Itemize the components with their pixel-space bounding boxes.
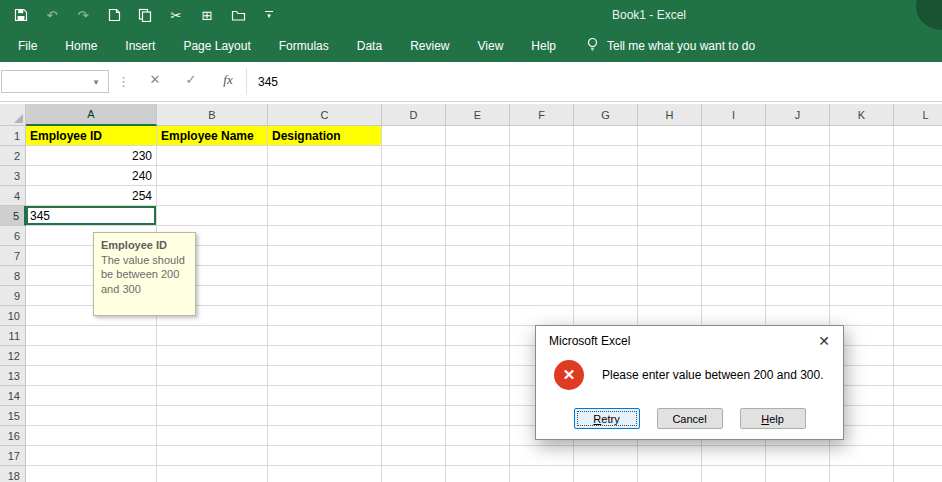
name-box-dropdown-icon[interactable]: ▾: [86, 71, 106, 92]
cell-I8[interactable]: [702, 266, 766, 286]
cell-C2[interactable]: [268, 146, 382, 166]
cell-E16[interactable]: [446, 426, 510, 446]
cell-G1[interactable]: [574, 126, 638, 146]
cell-C12[interactable]: [268, 346, 382, 366]
dialog-button-retry[interactable]: Retry: [574, 408, 640, 429]
borders-grid-icon[interactable]: ⊞: [198, 6, 216, 24]
cell-L15[interactable]: [894, 406, 942, 426]
cell-D6[interactable]: [382, 226, 446, 246]
cell-A12[interactable]: [26, 346, 157, 366]
cell-E12[interactable]: [446, 346, 510, 366]
cell-L12[interactable]: [894, 346, 942, 366]
cell-G5[interactable]: [574, 206, 638, 226]
row-header-4[interactable]: 4: [0, 186, 26, 206]
cell-F1[interactable]: [510, 126, 574, 146]
formula-bar-grip[interactable]: ⋮: [117, 74, 130, 89]
cell-J7[interactable]: [766, 246, 830, 266]
customize-qat-icon[interactable]: ▾: [260, 6, 278, 24]
cell-I6[interactable]: [702, 226, 766, 246]
cell-J1[interactable]: [766, 126, 830, 146]
row-header-17[interactable]: 17: [0, 446, 26, 466]
column-header-J[interactable]: J: [766, 104, 830, 126]
cell-K3[interactable]: [830, 166, 894, 186]
row-header-11[interactable]: 11: [0, 326, 26, 346]
cell-C4[interactable]: [268, 186, 382, 206]
cell-C7[interactable]: [268, 246, 382, 266]
cell-B16[interactable]: [157, 426, 268, 446]
cell-C9[interactable]: [268, 286, 382, 306]
cell-J18[interactable]: [766, 466, 830, 482]
row-header-6[interactable]: 6: [0, 226, 26, 246]
cell-B17[interactable]: [157, 446, 268, 466]
cell-L9[interactable]: [894, 286, 942, 306]
cell-G17[interactable]: [574, 446, 638, 466]
column-header-D[interactable]: D: [382, 104, 446, 126]
cell-L11[interactable]: [894, 326, 942, 346]
cell-F10[interactable]: [510, 306, 574, 326]
cell-F17[interactable]: [510, 446, 574, 466]
cell-E1[interactable]: [446, 126, 510, 146]
cancel-entry-icon[interactable]: ✕: [144, 72, 166, 87]
cell-A1[interactable]: Employee ID: [26, 126, 157, 146]
cell-C13[interactable]: [268, 366, 382, 386]
cell-C11[interactable]: [268, 326, 382, 346]
cell-L6[interactable]: [894, 226, 942, 246]
cell-I2[interactable]: [702, 146, 766, 166]
cell-D3[interactable]: [382, 166, 446, 186]
row-header-3[interactable]: 3: [0, 166, 26, 186]
cell-I7[interactable]: [702, 246, 766, 266]
cell-E11[interactable]: [446, 326, 510, 346]
cell-E6[interactable]: [446, 226, 510, 246]
row-header-9[interactable]: 9: [0, 286, 26, 306]
cell-F2[interactable]: [510, 146, 574, 166]
cell-B3[interactable]: [157, 166, 268, 186]
row-header-7[interactable]: 7: [0, 246, 26, 266]
cell-L8[interactable]: [894, 266, 942, 286]
row-header-5[interactable]: 5: [0, 206, 26, 226]
cell-E18[interactable]: [446, 466, 510, 482]
cell-B4[interactable]: [157, 186, 268, 206]
cell-B15[interactable]: [157, 406, 268, 426]
column-header-A[interactable]: A: [26, 104, 157, 126]
tab-page-layout[interactable]: Page Layout: [169, 30, 264, 62]
cell-J4[interactable]: [766, 186, 830, 206]
cell-F3[interactable]: [510, 166, 574, 186]
cell-H1[interactable]: [638, 126, 702, 146]
cell-I9[interactable]: [702, 286, 766, 306]
cell-H10[interactable]: [638, 306, 702, 326]
cell-G7[interactable]: [574, 246, 638, 266]
column-header-E[interactable]: E: [446, 104, 510, 126]
cell-L16[interactable]: [894, 426, 942, 446]
cell-B14[interactable]: [157, 386, 268, 406]
column-header-G[interactable]: G: [574, 104, 638, 126]
cell-J8[interactable]: [766, 266, 830, 286]
cell-K9[interactable]: [830, 286, 894, 306]
cell-K2[interactable]: [830, 146, 894, 166]
cell-B18[interactable]: [157, 466, 268, 482]
tell-me-box[interactable]: Tell me what you want to do: [586, 37, 755, 56]
cell-E8[interactable]: [446, 266, 510, 286]
tab-help[interactable]: Help: [517, 30, 570, 62]
row-header-2[interactable]: 2: [0, 146, 26, 166]
copy-icon[interactable]: [136, 6, 154, 24]
cell-G4[interactable]: [574, 186, 638, 206]
cell-C3[interactable]: [268, 166, 382, 186]
cell-K6[interactable]: [830, 226, 894, 246]
row-header-8[interactable]: 8: [0, 266, 26, 286]
confirm-entry-icon[interactable]: ✓: [180, 72, 202, 87]
cell-J9[interactable]: [766, 286, 830, 306]
cell-I17[interactable]: [702, 446, 766, 466]
cell-E3[interactable]: [446, 166, 510, 186]
cell-A13[interactable]: [26, 366, 157, 386]
cell-B1[interactable]: Employee Name: [157, 126, 268, 146]
cell-D4[interactable]: [382, 186, 446, 206]
cell-A5[interactable]: 345: [26, 206, 157, 226]
open-folder-icon[interactable]: [229, 6, 247, 24]
cell-A3[interactable]: 240: [26, 166, 157, 186]
cell-C5[interactable]: [268, 206, 382, 226]
save-icon[interactable]: [12, 6, 30, 24]
cell-H7[interactable]: [638, 246, 702, 266]
cell-G10[interactable]: [574, 306, 638, 326]
cell-A4[interactable]: 254: [26, 186, 157, 206]
row-header-16[interactable]: 16: [0, 426, 26, 446]
